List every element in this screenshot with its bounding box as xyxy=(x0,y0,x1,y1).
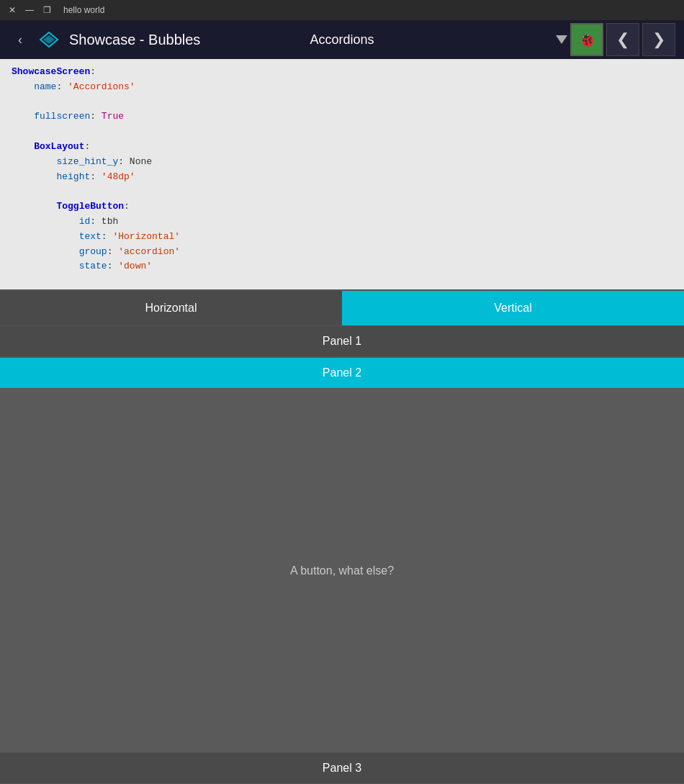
title-bar: ✕ — ❐ hello world xyxy=(0,0,684,20)
code-line-1: ShowcaseScreen: xyxy=(12,65,672,80)
code-line-7: size_hint_y: None xyxy=(12,155,672,170)
panel-2-content: A button, what else? xyxy=(0,389,684,752)
code-line-10: ToggleButton: xyxy=(12,199,672,215)
code-line-8: height: '48dp' xyxy=(12,170,672,185)
code-line-15 xyxy=(12,274,672,289)
minimize-button[interactable]: — xyxy=(23,4,36,17)
code-line-12: text: 'Horizontal' xyxy=(12,230,672,245)
code-line-2: name: 'Accordions' xyxy=(12,80,672,95)
app-title: Showcase - Bubbles xyxy=(69,32,200,48)
panel-3-bar[interactable]: Panel 3 xyxy=(0,752,684,784)
code-line-6: BoxLayout: xyxy=(12,140,672,155)
window-title: hello world xyxy=(63,5,104,15)
code-line-14: state: 'down' xyxy=(12,259,672,274)
code-line-11: id: tbh xyxy=(12,215,672,230)
screen-title: Accordions xyxy=(310,32,374,48)
code-editor: ShowcaseScreen: name: 'Accordions' fulls… xyxy=(0,59,684,289)
toggle-bar: Horizontal Vertical xyxy=(0,289,684,325)
bug-button[interactable]: 🐞 xyxy=(570,23,603,56)
code-line-5 xyxy=(12,125,672,140)
code-line-4: fullscreen: True xyxy=(12,109,672,125)
maximize-button[interactable]: ❐ xyxy=(40,4,53,17)
back-button[interactable]: ‹ xyxy=(9,28,32,51)
app-bar: ‹ Showcase - Bubbles Accordions 🐞 ❮ ❯ xyxy=(0,20,684,59)
close-button[interactable]: ✕ xyxy=(6,4,19,17)
main-layout: ShowcaseScreen: name: 'Accordions' fulls… xyxy=(0,59,684,784)
app-bar-right: 🐞 ❮ ❯ xyxy=(550,23,675,56)
panel-2-bar[interactable]: Panel 2 xyxy=(0,357,684,389)
prev-button[interactable]: ❮ xyxy=(606,23,639,56)
vertical-toggle[interactable]: Vertical xyxy=(342,291,684,325)
panel-1-bar[interactable]: Panel 1 xyxy=(0,325,684,357)
code-line-9 xyxy=(12,184,672,199)
app-logo-icon xyxy=(37,28,60,51)
next-button[interactable]: ❯ xyxy=(642,23,675,56)
triangle-icon xyxy=(556,35,567,44)
content-text: A button, what else? xyxy=(290,564,394,577)
code-line-13: group: 'accordion' xyxy=(12,245,672,260)
app-bar-left: ‹ Showcase - Bubbles xyxy=(9,28,200,51)
code-line-3 xyxy=(12,95,672,110)
title-bar-controls: ✕ — ❐ xyxy=(6,4,53,17)
horizontal-toggle[interactable]: Horizontal xyxy=(0,291,342,325)
